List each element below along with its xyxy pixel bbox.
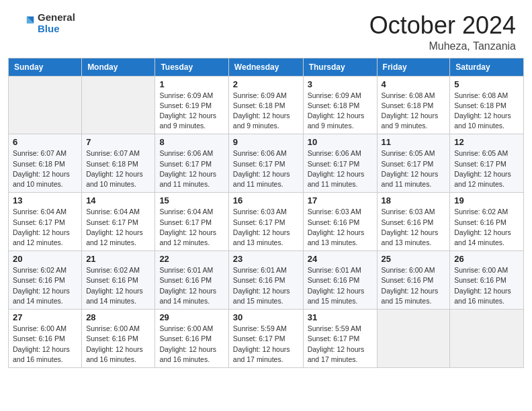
location-title: Muheza, Tanzania — [369, 40, 516, 52]
day-number: 20 — [13, 254, 77, 264]
day-info: Sunrise: 6:04 AM Sunset: 6:17 PM Dayligh… — [86, 207, 150, 248]
calendar-week-row: 1Sunrise: 6:09 AM Sunset: 6:19 PM Daylig… — [9, 76, 524, 134]
calendar-cell: 9Sunrise: 6:06 AM Sunset: 6:17 PM Daylig… — [228, 134, 303, 193]
day-info: Sunrise: 6:01 AM Sunset: 6:16 PM Dayligh… — [308, 265, 373, 306]
calendar-cell: 3Sunrise: 6:09 AM Sunset: 6:18 PM Daylig… — [303, 76, 377, 134]
weekday-header: Wednesday — [228, 58, 303, 76]
day-info: Sunrise: 6:03 AM Sunset: 6:16 PM Dayligh… — [382, 207, 446, 248]
day-info: Sunrise: 6:09 AM Sunset: 6:18 PM Dayligh… — [308, 91, 373, 132]
day-info: Sunrise: 6:06 AM Sunset: 6:17 PM Dayligh… — [233, 148, 299, 189]
day-number: 25 — [382, 254, 446, 264]
day-info: Sunrise: 6:08 AM Sunset: 6:18 PM Dayligh… — [382, 91, 446, 132]
logo: General Blue — [16, 12, 75, 34]
day-number: 6 — [13, 137, 77, 147]
day-number: 22 — [159, 254, 224, 264]
logo-text: General Blue — [38, 12, 75, 34]
day-info: Sunrise: 5:59 AM Sunset: 6:17 PM Dayligh… — [308, 324, 373, 365]
day-info: Sunrise: 6:07 AM Sunset: 6:18 PM Dayligh… — [86, 148, 150, 189]
day-info: Sunrise: 6:00 AM Sunset: 6:16 PM Dayligh… — [86, 324, 150, 365]
calendar-wrapper: SundayMondayTuesdayWednesdayThursdayFrid… — [0, 58, 532, 376]
calendar-cell: 24Sunrise: 6:01 AM Sunset: 6:16 PM Dayli… — [303, 251, 377, 310]
weekday-header: Thursday — [303, 58, 377, 76]
header: General Blue October 2024 Muheza, Tanzan… — [0, 0, 532, 58]
calendar-cell: 13Sunrise: 6:04 AM Sunset: 6:17 PM Dayli… — [9, 193, 82, 251]
day-number: 17 — [308, 195, 373, 205]
day-number: 26 — [454, 254, 519, 264]
calendar-table: SundayMondayTuesdayWednesdayThursdayFrid… — [8, 58, 524, 368]
calendar-cell — [82, 76, 155, 134]
calendar-cell: 14Sunrise: 6:04 AM Sunset: 6:17 PM Dayli… — [82, 193, 155, 251]
day-number: 2 — [233, 79, 299, 89]
day-number: 18 — [382, 195, 446, 205]
day-info: Sunrise: 6:09 AM Sunset: 6:19 PM Dayligh… — [159, 91, 224, 132]
calendar-week-row: 27Sunrise: 6:00 AM Sunset: 6:16 PM Dayli… — [9, 310, 524, 368]
calendar-header-row: SundayMondayTuesdayWednesdayThursdayFrid… — [9, 58, 524, 76]
day-number: 29 — [159, 312, 224, 322]
logo-blue-text: Blue — [38, 24, 75, 35]
calendar-cell: 5Sunrise: 6:08 AM Sunset: 6:18 PM Daylig… — [450, 76, 524, 134]
day-number: 30 — [233, 312, 299, 322]
day-number: 3 — [308, 79, 373, 89]
calendar-cell: 17Sunrise: 6:03 AM Sunset: 6:16 PM Dayli… — [303, 193, 377, 251]
calendar-cell: 2Sunrise: 6:09 AM Sunset: 6:18 PM Daylig… — [228, 76, 303, 134]
day-info: Sunrise: 6:07 AM Sunset: 6:18 PM Dayligh… — [13, 148, 77, 189]
day-number: 1 — [159, 79, 224, 89]
day-info: Sunrise: 6:03 AM Sunset: 6:16 PM Dayligh… — [308, 207, 373, 248]
month-title: October 2024 — [369, 12, 516, 39]
day-number: 13 — [13, 195, 77, 205]
calendar-cell: 7Sunrise: 6:07 AM Sunset: 6:18 PM Daylig… — [82, 134, 155, 193]
day-info: Sunrise: 6:02 AM Sunset: 6:16 PM Dayligh… — [454, 207, 519, 248]
calendar-cell: 23Sunrise: 6:01 AM Sunset: 6:16 PM Dayli… — [228, 251, 303, 310]
day-number: 8 — [159, 137, 224, 147]
day-info: Sunrise: 6:00 AM Sunset: 6:16 PM Dayligh… — [382, 265, 446, 306]
day-info: Sunrise: 6:05 AM Sunset: 6:17 PM Dayligh… — [382, 148, 446, 189]
calendar-cell: 15Sunrise: 6:04 AM Sunset: 6:17 PM Dayli… — [155, 193, 228, 251]
calendar-cell: 12Sunrise: 6:05 AM Sunset: 6:17 PM Dayli… — [450, 134, 524, 193]
day-number: 21 — [86, 254, 150, 264]
calendar-cell: 21Sunrise: 6:02 AM Sunset: 6:16 PM Dayli… — [82, 251, 155, 310]
calendar-cell — [9, 76, 82, 134]
day-info: Sunrise: 6:00 AM Sunset: 6:16 PM Dayligh… — [13, 324, 77, 365]
calendar-cell: 27Sunrise: 6:00 AM Sunset: 6:16 PM Dayli… — [9, 310, 82, 368]
calendar-cell: 18Sunrise: 6:03 AM Sunset: 6:16 PM Dayli… — [377, 193, 450, 251]
calendar-cell: 22Sunrise: 6:01 AM Sunset: 6:16 PM Dayli… — [155, 251, 228, 310]
calendar-week-row: 20Sunrise: 6:02 AM Sunset: 6:16 PM Dayli… — [9, 251, 524, 310]
calendar-cell: 28Sunrise: 6:00 AM Sunset: 6:16 PM Dayli… — [82, 310, 155, 368]
day-number: 9 — [233, 137, 299, 147]
day-number: 31 — [308, 312, 373, 322]
weekday-header: Friday — [377, 58, 450, 76]
day-number: 7 — [86, 137, 150, 147]
day-info: Sunrise: 6:01 AM Sunset: 6:16 PM Dayligh… — [233, 265, 299, 306]
calendar-cell: 1Sunrise: 6:09 AM Sunset: 6:19 PM Daylig… — [155, 76, 228, 134]
day-info: Sunrise: 6:00 AM Sunset: 6:16 PM Dayligh… — [454, 265, 519, 306]
calendar-cell: 26Sunrise: 6:00 AM Sunset: 6:16 PM Dayli… — [450, 251, 524, 310]
calendar-cell — [450, 310, 524, 368]
logo-general-text: General — [38, 12, 75, 24]
day-info: Sunrise: 6:08 AM Sunset: 6:18 PM Dayligh… — [454, 91, 519, 132]
day-number: 28 — [86, 312, 150, 322]
day-number: 16 — [233, 195, 299, 205]
day-number: 5 — [454, 79, 519, 89]
weekday-header: Monday — [82, 58, 155, 76]
calendar-cell: 30Sunrise: 5:59 AM Sunset: 6:17 PM Dayli… — [228, 310, 303, 368]
calendar-cell: 31Sunrise: 5:59 AM Sunset: 6:17 PM Dayli… — [303, 310, 377, 368]
calendar-cell: 25Sunrise: 6:00 AM Sunset: 6:16 PM Dayli… — [377, 251, 450, 310]
logo-icon — [16, 14, 35, 33]
calendar-cell: 11Sunrise: 6:05 AM Sunset: 6:17 PM Dayli… — [377, 134, 450, 193]
calendar-cell: 29Sunrise: 6:00 AM Sunset: 6:16 PM Dayli… — [155, 310, 228, 368]
calendar-cell — [377, 310, 450, 368]
day-info: Sunrise: 6:03 AM Sunset: 6:17 PM Dayligh… — [233, 207, 299, 248]
day-info: Sunrise: 6:06 AM Sunset: 6:17 PM Dayligh… — [308, 148, 373, 189]
day-info: Sunrise: 6:06 AM Sunset: 6:17 PM Dayligh… — [159, 148, 224, 189]
calendar-week-row: 6Sunrise: 6:07 AM Sunset: 6:18 PM Daylig… — [9, 134, 524, 193]
weekday-header: Sunday — [9, 58, 82, 76]
day-info: Sunrise: 5:59 AM Sunset: 6:17 PM Dayligh… — [233, 324, 299, 365]
day-number: 11 — [382, 137, 446, 147]
day-info: Sunrise: 6:01 AM Sunset: 6:16 PM Dayligh… — [159, 265, 224, 306]
day-number: 10 — [308, 137, 373, 147]
calendar-cell: 19Sunrise: 6:02 AM Sunset: 6:16 PM Dayli… — [450, 193, 524, 251]
day-number: 19 — [454, 195, 519, 205]
calendar-cell: 4Sunrise: 6:08 AM Sunset: 6:18 PM Daylig… — [377, 76, 450, 134]
title-area: October 2024 Muheza, Tanzania — [369, 12, 516, 52]
day-number: 27 — [13, 312, 77, 322]
